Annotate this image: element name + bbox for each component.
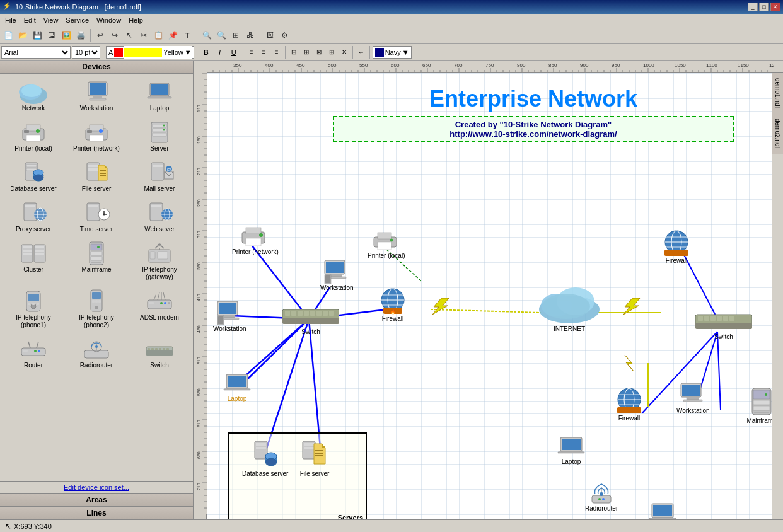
diagram-firewall3[interactable]: Firewall bbox=[613, 387, 645, 422]
device-printer-network[interactable]: Printer (network) bbox=[66, 117, 127, 156]
device-cluster[interactable]: Cluster bbox=[3, 238, 64, 284]
undo-button[interactable]: ↩ bbox=[93, 28, 107, 42]
lines-section-header[interactable]: Lines bbox=[0, 506, 193, 519]
devices-grid: Network Workstation Laptop bbox=[0, 74, 193, 481]
diagram-printer-network[interactable]: Printer (network) bbox=[232, 224, 279, 255]
svg-rect-74 bbox=[91, 244, 102, 250]
zoom-in-button[interactable]: 🔍 bbox=[200, 28, 214, 42]
open-button[interactable]: 📂 bbox=[16, 28, 30, 42]
edit-device-icon-set-link[interactable]: Edit device icon set... bbox=[64, 483, 129, 491]
diagram-laptop2[interactable]: Laptop bbox=[557, 436, 586, 465]
align-left-button[interactable]: ≡ bbox=[246, 46, 257, 59]
new-button[interactable]: 📄 bbox=[1, 28, 15, 42]
drawing-canvas[interactable]: Enterprise Network Created by "10-Strike… bbox=[207, 73, 772, 519]
menu-file[interactable]: File bbox=[1, 15, 20, 25]
align-center-button[interactable]: ≡ bbox=[258, 46, 270, 59]
align-right-button[interactable]: ≡ bbox=[271, 46, 282, 59]
menu-service[interactable]: Service bbox=[62, 15, 93, 25]
device-time-server[interactable]: Time server bbox=[66, 197, 127, 236]
snap-button[interactable]: ✕ bbox=[339, 46, 350, 59]
paste-button[interactable]: 📌 bbox=[166, 28, 180, 42]
diagram-db-server[interactable]: Database server bbox=[242, 440, 288, 477]
tab-demo1[interactable]: demo1.ndf bbox=[772, 73, 783, 113]
device-network[interactable]: Network bbox=[3, 76, 64, 115]
redo-button[interactable]: ↪ bbox=[108, 28, 122, 42]
diagram-switch2[interactable]: Switch bbox=[695, 311, 752, 340]
fill-color-button[interactable]: A Yellow ▼ bbox=[106, 46, 194, 59]
diagram-mainframe[interactable]: Mainframe bbox=[746, 387, 772, 424]
svg-line-108 bbox=[28, 342, 30, 348]
minimize-button[interactable]: _ bbox=[748, 3, 758, 11]
diagram-laptop3[interactable]: Laptop bbox=[648, 502, 677, 519]
diagram-firewall2[interactable]: Firewall bbox=[661, 229, 692, 264]
diagram-internet[interactable]: INTERNET bbox=[535, 281, 604, 332]
bold-button[interactable]: B bbox=[200, 46, 212, 59]
font-select[interactable]: Arial bbox=[1, 46, 71, 59]
underline-button[interactable]: U bbox=[228, 46, 240, 59]
device-laptop[interactable]: Laptop bbox=[129, 76, 190, 115]
diagram-workstation3[interactable]: Workstation bbox=[676, 382, 710, 414]
outdent-button[interactable]: ⊞ bbox=[301, 46, 312, 59]
device-ip-gateway[interactable]: IP telephony (gateway) bbox=[129, 238, 190, 284]
svg-rect-8 bbox=[151, 84, 168, 95]
text-button[interactable]: T bbox=[180, 28, 194, 42]
tab-demo2[interactable]: demo2.ndf bbox=[772, 113, 783, 154]
print-button[interactable]: 🖨️ bbox=[74, 28, 88, 42]
svg-rect-11 bbox=[26, 135, 40, 141]
zoom-out-button[interactable]: 🔍 bbox=[214, 28, 228, 42]
grid-button[interactable]: ⊞ bbox=[326, 46, 337, 59]
menu-window[interactable]: Window bbox=[93, 15, 125, 25]
diagram-laptop1[interactable]: Laptop bbox=[223, 373, 252, 402]
cursor-button[interactable]: ↖ bbox=[122, 28, 136, 42]
svg-rect-148 bbox=[331, 274, 342, 277]
diagram-switch1[interactable]: Switch bbox=[282, 306, 339, 335]
maximize-button[interactable]: □ bbox=[759, 3, 769, 11]
device-db-server[interactable]: Database server bbox=[3, 157, 64, 196]
settings-button[interactable]: ⚙ bbox=[277, 28, 291, 42]
diagram-file-server[interactable]: File server bbox=[299, 440, 330, 477]
spacing-button[interactable]: ⊠ bbox=[313, 46, 325, 59]
print-preview-button[interactable]: 🖼️ bbox=[59, 28, 73, 42]
device-switch-label: Switch bbox=[150, 362, 168, 369]
device-web-server[interactable]: Web sever bbox=[129, 197, 190, 236]
device-adsl-modem[interactable]: ADSL modem bbox=[129, 286, 190, 332]
device-radiorouter[interactable]: Radiorouter bbox=[66, 333, 127, 373]
save-button[interactable]: 💾 bbox=[30, 28, 44, 42]
menu-view[interactable]: View bbox=[40, 15, 62, 25]
indent-button[interactable]: ⊟ bbox=[288, 46, 299, 59]
insert-image-button[interactable]: 🖼 bbox=[263, 28, 277, 42]
fit-button[interactable]: ⊞ bbox=[229, 28, 243, 42]
device-printer-local[interactable]: Printer (local) bbox=[3, 117, 64, 156]
device-proxy-server[interactable]: Proxy server bbox=[3, 197, 64, 236]
fill-color-dropdown[interactable]: Yellow ▼ bbox=[124, 46, 191, 59]
italic-button[interactable]: I bbox=[214, 46, 226, 59]
svg-rect-16 bbox=[90, 135, 103, 141]
areas-section-header[interactable]: Areas bbox=[0, 493, 193, 506]
device-server[interactable]: Server bbox=[129, 117, 190, 156]
device-ip-phone1[interactable]: IP telephony (phone1) bbox=[3, 286, 64, 332]
diagram-radiorouter[interactable]: Radiorouter bbox=[585, 477, 618, 512]
svg-rect-187 bbox=[664, 250, 688, 256]
close-button[interactable]: ✕ bbox=[770, 3, 780, 11]
diagram-printer-local[interactable]: Printer (local) bbox=[368, 229, 405, 259]
text-color-button[interactable]: Navy ▼ bbox=[373, 46, 412, 59]
copy-button[interactable]: 📋 bbox=[151, 28, 165, 42]
diagram-workstation1[interactable]: Workstation bbox=[320, 259, 354, 291]
diagram-workstation2[interactable]: Workstation bbox=[213, 300, 246, 332]
device-switch[interactable]: Switch bbox=[129, 333, 190, 373]
device-ip-phone2[interactable]: IP telephony (phone2) bbox=[66, 286, 127, 332]
flip-h-button[interactable]: ↔ bbox=[356, 46, 367, 59]
menu-edit[interactable]: Edit bbox=[20, 15, 40, 25]
device-file-server[interactable]: File server bbox=[66, 157, 127, 196]
device-mainframe[interactable]: Mainframe bbox=[66, 238, 127, 284]
device-workstation[interactable]: Workstation bbox=[66, 76, 127, 115]
diagram-firewall1[interactable]: 🔥 Firewall bbox=[377, 287, 409, 322]
size-select[interactable]: 10 pt. bbox=[72, 46, 100, 59]
device-router[interactable]: Router bbox=[3, 333, 64, 373]
window-controls[interactable]: _ □ ✕ bbox=[748, 3, 780, 11]
device-mail-server[interactable]: @ Mail server bbox=[129, 157, 190, 196]
cut-button[interactable]: ✂ bbox=[137, 28, 151, 42]
menu-help[interactable]: Help bbox=[125, 15, 147, 25]
scan-button[interactable]: 🖧 bbox=[243, 28, 257, 42]
save-as-button[interactable]: 🖫 bbox=[45, 28, 59, 42]
